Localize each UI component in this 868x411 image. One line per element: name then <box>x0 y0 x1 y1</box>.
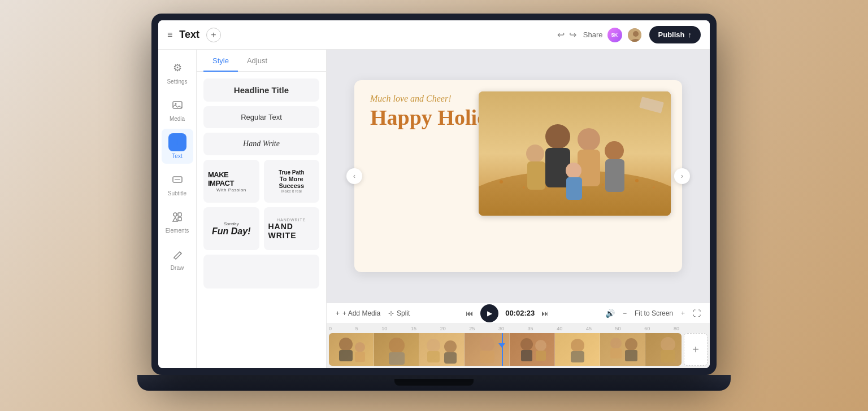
clip-8 <box>645 333 682 366</box>
clip-4 <box>465 333 510 366</box>
handwrite-button[interactable]: Hand Write <box>203 133 319 155</box>
menu-icon[interactable]: ≡ <box>167 30 172 40</box>
tab-adjust[interactable]: Adjust <box>238 50 276 72</box>
svg-point-43 <box>535 340 546 351</box>
publish-label: Publish <box>658 30 685 39</box>
svg-point-27 <box>566 163 581 178</box>
playhead-triangle <box>498 343 505 348</box>
svg-point-39 <box>480 337 494 352</box>
timeline-add-icon: + <box>692 343 699 356</box>
ruler-mark-25: 25 <box>469 326 475 331</box>
sidebar-item-elements[interactable]: Elements <box>162 203 193 238</box>
template-true-path-line3: Make it real <box>281 189 302 193</box>
add-media-plus-icon: + <box>336 309 340 317</box>
ruler-mark-40: 40 <box>557 326 562 331</box>
zoom-out-button[interactable]: − <box>623 309 627 317</box>
template-sunday[interactable]: Sunday Fun Day! <box>203 207 259 250</box>
family-photo-svg <box>479 91 671 216</box>
sidebar-label-subtitle: Subtitle <box>168 190 186 196</box>
svg-point-7 <box>173 213 177 216</box>
svg-point-29 <box>339 338 353 351</box>
svg-point-51 <box>661 337 675 352</box>
sidebar-label-media: Media <box>170 116 185 122</box>
panel-tabs: Style Adjust <box>197 50 326 72</box>
add-media-button[interactable]: + + Add Media <box>336 309 380 317</box>
split-label: Split <box>397 309 410 317</box>
template-make-impact-line1: MAKE IMPACT <box>208 170 255 187</box>
headline-title-button[interactable]: Headline Title <box>203 78 319 102</box>
laptop-wrapper: ≡ Text + ↩ ↪ Share 5K <box>137 14 731 397</box>
tab-style[interactable]: Style <box>203 50 238 72</box>
split-button[interactable]: ⊹ Split <box>388 309 410 317</box>
play-button[interactable]: ▶ <box>480 304 498 322</box>
canvas-nav-right[interactable]: › <box>674 168 690 184</box>
fullscreen-button[interactable]: ⛶ <box>693 309 701 318</box>
redo-button[interactable]: ↪ <box>569 29 576 40</box>
sidebar-item-subtitle[interactable]: Subtitle <box>162 166 193 201</box>
collaborator-avatar: 5K <box>607 28 622 42</box>
screen-inner: ≡ Text + ↩ ↪ Share 5K <box>158 20 710 368</box>
ctrl-right: 🔊 − Fit to Screen + ⛶ <box>605 309 701 318</box>
top-bar-right: ↩ ↪ Share 5K <box>557 26 701 43</box>
publish-button[interactable]: Publish ↑ <box>649 26 701 43</box>
svg-point-37 <box>444 340 457 353</box>
sidebar-item-media[interactable]: Media <box>162 91 193 126</box>
svg-rect-52 <box>661 350 675 362</box>
text-icon: T <box>168 133 186 151</box>
add-media-label: + Add Media <box>342 309 380 317</box>
svg-rect-50 <box>625 350 637 361</box>
svg-point-19 <box>545 124 570 149</box>
timeline-track[interactable] <box>329 333 682 366</box>
skip-back-button[interactable]: ⏮ <box>466 309 474 318</box>
undo-redo-group: ↩ ↪ <box>557 29 576 40</box>
canvas-card: Much love and Cheer! Happy Holidays <box>354 80 682 272</box>
bottom-controls: + + Add Media ⊹ Split ⏮ ▶ <box>327 303 710 323</box>
svg-rect-36 <box>427 351 440 362</box>
top-bar: ≡ Text + ↩ ↪ Share 5K <box>158 20 710 50</box>
svg-point-45 <box>571 339 584 352</box>
template-handwrite[interactable]: HandWrite HAND WRITE <box>264 207 320 250</box>
svg-rect-8 <box>178 213 181 216</box>
fit-screen-label[interactable]: Fit to Screen <box>635 309 673 317</box>
sidebar-label-elements: Elements <box>166 228 189 234</box>
ruler-mark-0: 0 <box>329 326 332 331</box>
clip-7 <box>600 333 645 366</box>
panel-content: Headline Title Regular Text Hand Write M… <box>197 72 326 368</box>
ruler-mark-30: 30 <box>498 326 504 331</box>
svg-rect-38 <box>444 352 457 364</box>
svg-point-18 <box>653 186 655 189</box>
svg-point-13 <box>500 180 503 183</box>
template-handwrite-line2: HAND WRITE <box>268 222 315 240</box>
add-button[interactable]: + <box>206 28 221 42</box>
regular-text-button[interactable]: Regular Text <box>203 106 319 128</box>
timeline-add-button[interactable]: + <box>684 333 708 366</box>
sidebar-item-draw[interactable]: Draw <box>162 241 193 276</box>
ctrl-left: + + Add Media ⊹ Split <box>336 309 410 317</box>
timeline-playhead[interactable] <box>502 333 503 366</box>
svg-point-1 <box>633 31 639 37</box>
template-make-impact[interactable]: MAKE IMPACT With Passion <box>203 160 259 203</box>
ruler-mark-10: 10 <box>381 326 387 331</box>
timeline-clip <box>329 333 682 366</box>
template-true-path[interactable]: True Path To More Success Make it real <box>264 160 320 203</box>
zoom-in-button[interactable]: + <box>681 309 685 317</box>
canvas-nav-left[interactable]: ‹ <box>346 168 362 184</box>
page-title: Text <box>179 29 199 41</box>
main-area: ⚙ Settings Media <box>158 50 710 368</box>
sidebar-item-text[interactable]: T Text <box>162 129 193 164</box>
template-sunday-line1: Sunday <box>224 221 239 226</box>
svg-point-4 <box>175 103 176 105</box>
top-bar-left: ≡ Text + <box>167 28 221 42</box>
share-label: Share <box>583 30 603 39</box>
undo-button[interactable]: ↩ <box>557 29 565 40</box>
svg-rect-30 <box>339 350 353 361</box>
sidebar-item-settings[interactable]: ⚙ Settings <box>162 54 193 89</box>
skip-forward-button[interactable]: ⏭ <box>541 309 549 318</box>
sidebar: ⚙ Settings Media <box>158 50 197 368</box>
volume-icon[interactable]: 🔊 <box>605 309 615 318</box>
svg-rect-26 <box>605 159 624 192</box>
ruler-mark-15: 15 <box>411 326 416 331</box>
timeline-ruler: 0 5 10 15 20 25 30 35 40 45 <box>327 323 682 334</box>
subtitle-icon <box>168 170 186 189</box>
canvas-wrapper: ‹ Much love and Cheer! Happy Holidays <box>354 80 682 272</box>
